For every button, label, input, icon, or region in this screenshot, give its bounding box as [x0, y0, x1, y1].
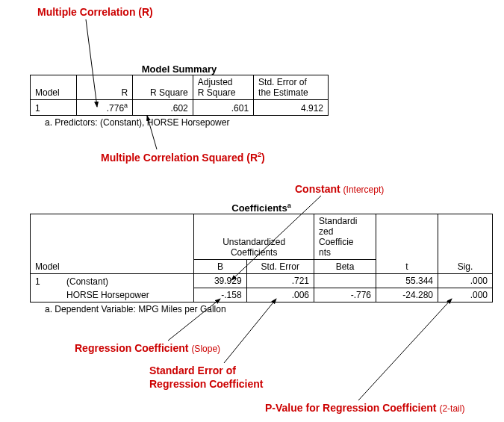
cell-adj-rsq: .601: [193, 100, 253, 116]
coef-hdr-std: Standardi zed Coefficie nts: [314, 214, 376, 260]
coef-r1-beta: -.776: [314, 288, 376, 302]
coef-r1-b: -.158: [194, 288, 246, 302]
cell-r: .776a: [76, 100, 132, 116]
coef-title-sup: a: [287, 202, 291, 209]
hdr-se: Std. Error of the Estimate: [254, 75, 329, 100]
annot-pval-text: P-Value for Regression Coefficient: [265, 402, 437, 414]
coef-r0-t: 55.344: [376, 274, 438, 288]
annot-mult-r2-post: ): [261, 152, 265, 164]
coef-hdr-std-l2: zed: [319, 226, 333, 237]
coef-r1-model: [31, 288, 63, 302]
annot-reg-coef: Regression Coefficient (Slope): [75, 342, 220, 354]
coef-r1-se: .006: [246, 288, 314, 302]
coef-r0-beta: [314, 274, 376, 288]
hdr-se-l1: Std. Error of: [258, 77, 307, 87]
cell-model: 1: [31, 100, 77, 116]
annot-se-coef-l2: Regression Coefficient: [149, 378, 263, 390]
coefficients-section: Coefficientsa Model Unstandardized Coeff…: [30, 202, 493, 314]
annot-mult-r2-pre: Multiple Correlation Squared (R: [101, 152, 258, 164]
hdr-adj-rsq-l1: Adjusted: [198, 77, 233, 87]
annot-reg-coef-sub: (Slope): [191, 344, 220, 354]
coef-footnote: a. Dependent Variable: MPG Miles per Gal…: [45, 304, 493, 314]
coef-hdr-unstd: Unstandardized Coefficients: [194, 214, 314, 260]
annot-constant: Constant (Intercept): [295, 183, 384, 195]
cell-r-val: .776: [107, 103, 124, 114]
coef-r0-se: .721: [246, 274, 314, 288]
hdr-se-l2: the Estimate: [258, 87, 308, 98]
hdr-rsq: R Square: [133, 75, 193, 100]
summary-row: 1 .776a .602 .601 4.912: [31, 100, 329, 116]
coef-r1-label: HORSE Horsepower: [62, 288, 194, 302]
coef-r1-sig: .000: [438, 288, 493, 302]
coef-hdr-b: B: [194, 260, 246, 274]
annot-constant-text: Constant: [295, 183, 340, 195]
coef-r0-b: 39.929: [194, 274, 246, 288]
cell-r-sup: a: [124, 102, 128, 109]
coef-row-horse: HORSE Horsepower -.158 .006 -.776 -24.28…: [31, 288, 493, 302]
coef-r1-t: -24.280: [376, 288, 438, 302]
annot-reg-coef-text: Regression Coefficient: [75, 342, 188, 354]
hdr-adj-rsq: Adjusted R Square: [193, 75, 253, 100]
annot-se-coef-l1: Standard Error of: [149, 364, 236, 376]
model-summary-section: Model Summary Model R R Square Adjusted …: [30, 63, 329, 128]
coef-hdr-std-l3: Coefficie: [319, 237, 353, 247]
coef-r0-model: 1: [31, 274, 63, 288]
annot-pval-sub: (2-tail): [439, 403, 464, 414]
coef-r0-label: (Constant): [62, 274, 194, 288]
coef-hdr-beta: Beta: [314, 260, 376, 274]
cell-rsq: .602: [133, 100, 193, 116]
hdr-adj-rsq-l2: R Square: [198, 87, 236, 98]
annot-constant-sub: (Intercept): [343, 184, 385, 195]
coef-title-text: Coefficients: [231, 202, 287, 214]
coef-title: Coefficientsa: [30, 202, 493, 214]
coef-hdr-t: t: [376, 214, 438, 274]
coef-row-constant: 1 (Constant) 39.929 .721 55.344 .000: [31, 274, 493, 288]
model-summary-title: Model Summary: [30, 63, 329, 75]
annot-mult-r2: Multiple Correlation Squared (R2): [101, 151, 265, 164]
summary-footnote: a. Predictors: (Constant), HORSE Horsepo…: [45, 117, 329, 128]
coef-r0-sig: .000: [438, 274, 493, 288]
hdr-model: Model: [31, 75, 77, 100]
coefficients-table: Model Unstandardized Coefficients Standa…: [30, 214, 493, 302]
annot-pval: P-Value for Regression Coefficient (2-ta…: [265, 402, 464, 414]
hdr-r: R: [76, 75, 132, 100]
model-summary-table: Model R R Square Adjusted R Square Std. …: [30, 75, 329, 116]
coef-hdr-std-l4: nts: [319, 247, 331, 258]
coef-hdr-sig: Sig.: [438, 214, 493, 274]
coef-hdr-se: Std. Error: [246, 260, 314, 274]
coef-hdr-std-l1: Standardi: [319, 216, 357, 226]
coef-hdr-model: Model: [31, 214, 194, 274]
cell-se: 4.912: [254, 100, 329, 116]
annot-mult-r: Multiple Correlation (R): [37, 6, 153, 18]
